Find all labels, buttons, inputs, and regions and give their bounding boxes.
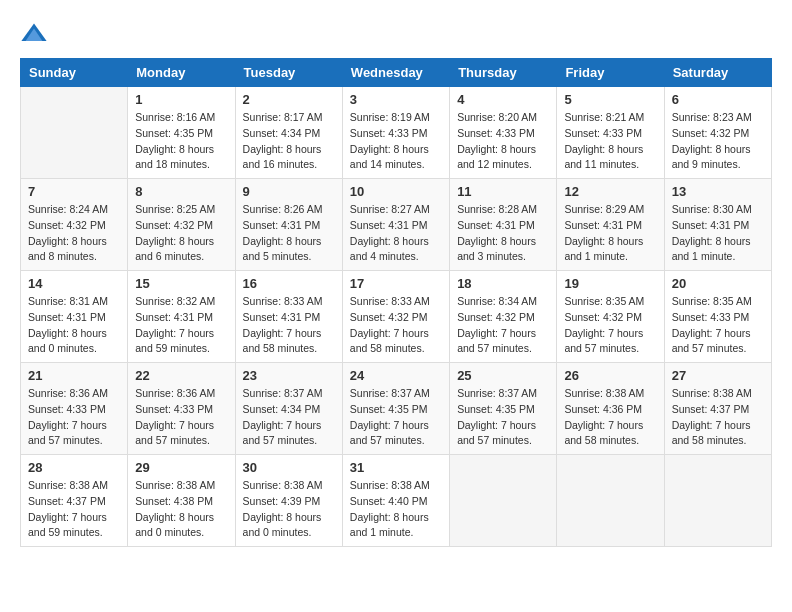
day-info: Sunrise: 8:38 AMSunset: 4:36 PMDaylight:… [564, 386, 656, 449]
calendar-cell: 14Sunrise: 8:31 AMSunset: 4:31 PMDayligh… [21, 271, 128, 363]
calendar-cell: 9Sunrise: 8:26 AMSunset: 4:31 PMDaylight… [235, 179, 342, 271]
calendar-week-row: 28Sunrise: 8:38 AMSunset: 4:37 PMDayligh… [21, 455, 772, 547]
day-number: 22 [135, 368, 227, 383]
day-info: Sunrise: 8:33 AMSunset: 4:31 PMDaylight:… [243, 294, 335, 357]
day-number: 8 [135, 184, 227, 199]
day-number: 6 [672, 92, 764, 107]
day-info: Sunrise: 8:38 AMSunset: 4:37 PMDaylight:… [672, 386, 764, 449]
day-number: 26 [564, 368, 656, 383]
day-header-tuesday: Tuesday [235, 59, 342, 87]
day-number: 16 [243, 276, 335, 291]
day-info: Sunrise: 8:38 AMSunset: 4:37 PMDaylight:… [28, 478, 120, 541]
day-number: 29 [135, 460, 227, 475]
day-info: Sunrise: 8:32 AMSunset: 4:31 PMDaylight:… [135, 294, 227, 357]
day-info: Sunrise: 8:37 AMSunset: 4:34 PMDaylight:… [243, 386, 335, 449]
calendar-cell: 4Sunrise: 8:20 AMSunset: 4:33 PMDaylight… [450, 87, 557, 179]
day-info: Sunrise: 8:38 AMSunset: 4:38 PMDaylight:… [135, 478, 227, 541]
calendar-cell: 15Sunrise: 8:32 AMSunset: 4:31 PMDayligh… [128, 271, 235, 363]
day-header-saturday: Saturday [664, 59, 771, 87]
calendar-cell: 19Sunrise: 8:35 AMSunset: 4:32 PMDayligh… [557, 271, 664, 363]
day-number: 31 [350, 460, 442, 475]
calendar-cell: 23Sunrise: 8:37 AMSunset: 4:34 PMDayligh… [235, 363, 342, 455]
calendar-cell: 7Sunrise: 8:24 AMSunset: 4:32 PMDaylight… [21, 179, 128, 271]
calendar-week-row: 21Sunrise: 8:36 AMSunset: 4:33 PMDayligh… [21, 363, 772, 455]
day-header-wednesday: Wednesday [342, 59, 449, 87]
calendar-cell: 16Sunrise: 8:33 AMSunset: 4:31 PMDayligh… [235, 271, 342, 363]
day-number: 19 [564, 276, 656, 291]
day-info: Sunrise: 8:36 AMSunset: 4:33 PMDaylight:… [28, 386, 120, 449]
day-number: 27 [672, 368, 764, 383]
calendar-cell [450, 455, 557, 547]
calendar-header-row: SundayMondayTuesdayWednesdayThursdayFrid… [21, 59, 772, 87]
day-info: Sunrise: 8:19 AMSunset: 4:33 PMDaylight:… [350, 110, 442, 173]
day-header-monday: Monday [128, 59, 235, 87]
day-info: Sunrise: 8:37 AMSunset: 4:35 PMDaylight:… [350, 386, 442, 449]
day-number: 21 [28, 368, 120, 383]
calendar-cell: 25Sunrise: 8:37 AMSunset: 4:35 PMDayligh… [450, 363, 557, 455]
day-number: 9 [243, 184, 335, 199]
day-info: Sunrise: 8:30 AMSunset: 4:31 PMDaylight:… [672, 202, 764, 265]
day-info: Sunrise: 8:26 AMSunset: 4:31 PMDaylight:… [243, 202, 335, 265]
day-info: Sunrise: 8:16 AMSunset: 4:35 PMDaylight:… [135, 110, 227, 173]
day-number: 15 [135, 276, 227, 291]
calendar-cell: 29Sunrise: 8:38 AMSunset: 4:38 PMDayligh… [128, 455, 235, 547]
calendar-cell: 5Sunrise: 8:21 AMSunset: 4:33 PMDaylight… [557, 87, 664, 179]
day-info: Sunrise: 8:38 AMSunset: 4:40 PMDaylight:… [350, 478, 442, 541]
calendar-cell: 21Sunrise: 8:36 AMSunset: 4:33 PMDayligh… [21, 363, 128, 455]
day-number: 30 [243, 460, 335, 475]
day-info: Sunrise: 8:25 AMSunset: 4:32 PMDaylight:… [135, 202, 227, 265]
day-number: 17 [350, 276, 442, 291]
day-header-friday: Friday [557, 59, 664, 87]
day-info: Sunrise: 8:28 AMSunset: 4:31 PMDaylight:… [457, 202, 549, 265]
day-info: Sunrise: 8:33 AMSunset: 4:32 PMDaylight:… [350, 294, 442, 357]
day-info: Sunrise: 8:23 AMSunset: 4:32 PMDaylight:… [672, 110, 764, 173]
calendar-cell: 12Sunrise: 8:29 AMSunset: 4:31 PMDayligh… [557, 179, 664, 271]
day-info: Sunrise: 8:24 AMSunset: 4:32 PMDaylight:… [28, 202, 120, 265]
day-info: Sunrise: 8:20 AMSunset: 4:33 PMDaylight:… [457, 110, 549, 173]
day-number: 11 [457, 184, 549, 199]
day-info: Sunrise: 8:17 AMSunset: 4:34 PMDaylight:… [243, 110, 335, 173]
day-header-sunday: Sunday [21, 59, 128, 87]
calendar-cell: 20Sunrise: 8:35 AMSunset: 4:33 PMDayligh… [664, 271, 771, 363]
calendar-cell: 24Sunrise: 8:37 AMSunset: 4:35 PMDayligh… [342, 363, 449, 455]
calendar-cell: 17Sunrise: 8:33 AMSunset: 4:32 PMDayligh… [342, 271, 449, 363]
day-info: Sunrise: 8:35 AMSunset: 4:33 PMDaylight:… [672, 294, 764, 357]
day-info: Sunrise: 8:34 AMSunset: 4:32 PMDaylight:… [457, 294, 549, 357]
day-info: Sunrise: 8:21 AMSunset: 4:33 PMDaylight:… [564, 110, 656, 173]
day-number: 10 [350, 184, 442, 199]
logo [20, 20, 52, 48]
calendar-cell: 26Sunrise: 8:38 AMSunset: 4:36 PMDayligh… [557, 363, 664, 455]
logo-icon [20, 20, 48, 48]
calendar-week-row: 1Sunrise: 8:16 AMSunset: 4:35 PMDaylight… [21, 87, 772, 179]
calendar-cell: 8Sunrise: 8:25 AMSunset: 4:32 PMDaylight… [128, 179, 235, 271]
day-number: 1 [135, 92, 227, 107]
day-number: 20 [672, 276, 764, 291]
day-number: 4 [457, 92, 549, 107]
calendar-table: SundayMondayTuesdayWednesdayThursdayFrid… [20, 58, 772, 547]
calendar-cell: 1Sunrise: 8:16 AMSunset: 4:35 PMDaylight… [128, 87, 235, 179]
day-number: 12 [564, 184, 656, 199]
day-header-thursday: Thursday [450, 59, 557, 87]
day-number: 28 [28, 460, 120, 475]
calendar-cell: 18Sunrise: 8:34 AMSunset: 4:32 PMDayligh… [450, 271, 557, 363]
day-number: 18 [457, 276, 549, 291]
calendar-week-row: 14Sunrise: 8:31 AMSunset: 4:31 PMDayligh… [21, 271, 772, 363]
calendar-cell: 28Sunrise: 8:38 AMSunset: 4:37 PMDayligh… [21, 455, 128, 547]
day-number: 13 [672, 184, 764, 199]
day-info: Sunrise: 8:35 AMSunset: 4:32 PMDaylight:… [564, 294, 656, 357]
day-number: 23 [243, 368, 335, 383]
calendar-cell: 11Sunrise: 8:28 AMSunset: 4:31 PMDayligh… [450, 179, 557, 271]
calendar-cell: 3Sunrise: 8:19 AMSunset: 4:33 PMDaylight… [342, 87, 449, 179]
page-header [20, 20, 772, 48]
day-info: Sunrise: 8:31 AMSunset: 4:31 PMDaylight:… [28, 294, 120, 357]
calendar-cell: 27Sunrise: 8:38 AMSunset: 4:37 PMDayligh… [664, 363, 771, 455]
calendar-cell: 2Sunrise: 8:17 AMSunset: 4:34 PMDaylight… [235, 87, 342, 179]
calendar-cell: 6Sunrise: 8:23 AMSunset: 4:32 PMDaylight… [664, 87, 771, 179]
day-number: 5 [564, 92, 656, 107]
day-info: Sunrise: 8:27 AMSunset: 4:31 PMDaylight:… [350, 202, 442, 265]
calendar-cell: 30Sunrise: 8:38 AMSunset: 4:39 PMDayligh… [235, 455, 342, 547]
calendar-cell: 13Sunrise: 8:30 AMSunset: 4:31 PMDayligh… [664, 179, 771, 271]
calendar-cell: 31Sunrise: 8:38 AMSunset: 4:40 PMDayligh… [342, 455, 449, 547]
day-number: 14 [28, 276, 120, 291]
calendar-cell: 10Sunrise: 8:27 AMSunset: 4:31 PMDayligh… [342, 179, 449, 271]
